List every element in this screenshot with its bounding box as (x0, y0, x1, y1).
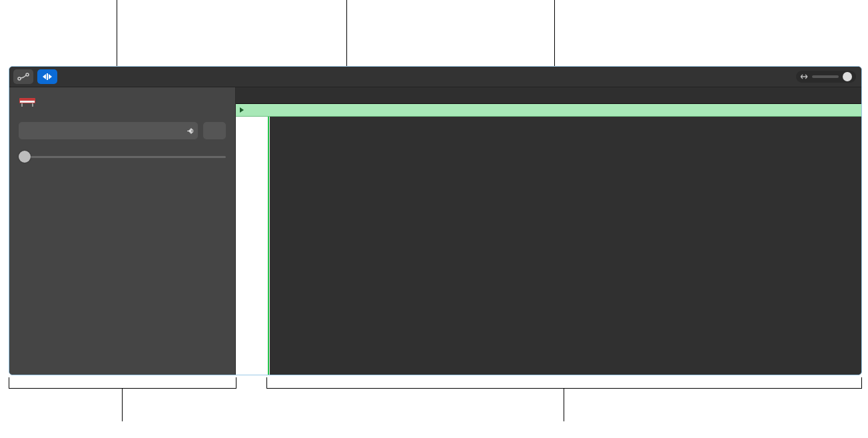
svg-rect-4 (20, 101, 35, 103)
region-header-bar[interactable] (236, 104, 861, 117)
horizontal-zoom-slider[interactable] (796, 71, 856, 83)
time-quantise-select[interactable] (19, 122, 198, 139)
playhead[interactable] (269, 117, 270, 375)
callout-bracket (9, 377, 236, 389)
zoom-track (812, 75, 839, 78)
svg-point-0 (18, 77, 21, 80)
callout-line (117, 0, 117, 66)
zoom-horizontal-icon (800, 73, 808, 81)
inspector-panel (9, 87, 236, 375)
catch-playhead-icon (41, 72, 53, 81)
catch-playhead-button[interactable] (37, 69, 57, 84)
callout-line (564, 388, 564, 421)
piano-keyboard[interactable] (236, 117, 269, 375)
track-header (19, 94, 226, 107)
editor-toolbar (9, 67, 861, 87)
callout-line (122, 388, 123, 421)
automation-icon (17, 72, 29, 81)
svg-point-1 (26, 73, 29, 76)
note-grid[interactable] (269, 117, 861, 375)
slider-knob[interactable] (19, 151, 31, 163)
piano-roll-editor (9, 66, 862, 375)
keyboard-instrument-icon (19, 94, 37, 107)
svg-rect-6 (32, 103, 33, 107)
automation-curves-button[interactable] (13, 69, 33, 84)
region-play-icon (240, 107, 244, 113)
select-chevrons-icon (189, 128, 194, 134)
velocity-slider[interactable] (19, 150, 226, 163)
svg-rect-5 (21, 103, 23, 107)
callout-bracket (266, 377, 862, 389)
piano-roll-area (236, 87, 861, 375)
quantise-button[interactable] (203, 122, 226, 139)
zoom-knob[interactable] (843, 72, 852, 81)
time-ruler[interactable] (236, 87, 861, 104)
callout-line (346, 0, 347, 66)
svg-rect-2 (47, 73, 48, 80)
slider-track (19, 156, 226, 158)
